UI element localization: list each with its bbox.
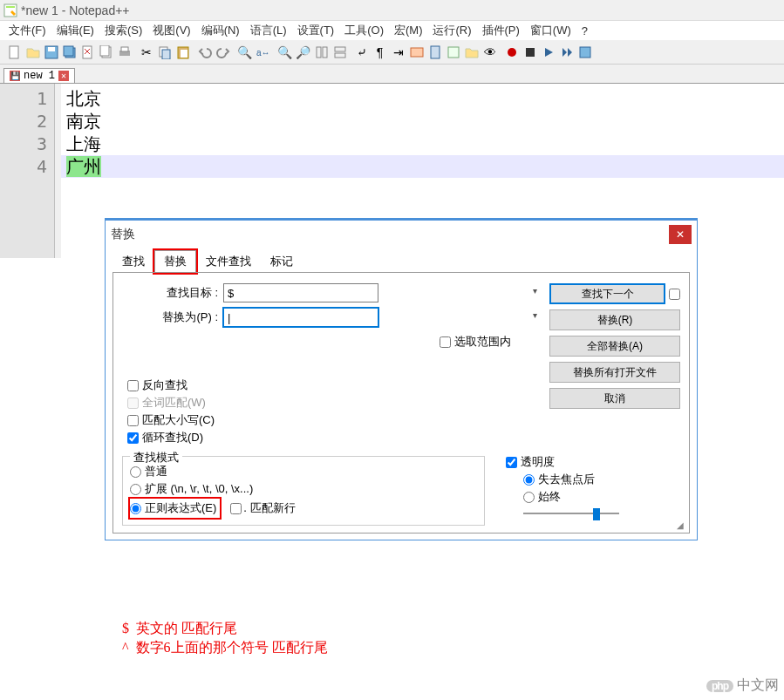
search-mode-normal-label: 普通 [145, 464, 167, 479]
match-case-checkbox[interactable] [127, 415, 139, 426]
redo-icon[interactable] [214, 43, 232, 61]
replace-icon[interactable]: a↔b [254, 43, 272, 61]
resize-grip-icon[interactable]: ◢ [677, 520, 687, 531]
replace-with-input[interactable] [223, 308, 378, 327]
dropdown-arrow-icon[interactable]: ▾ [533, 310, 537, 320]
close-icon[interactable] [78, 43, 97, 61]
menu-search[interactable]: 搜索(S) [99, 21, 147, 40]
svg-rect-13 [162, 50, 170, 59]
svg-rect-2 [10, 46, 18, 58]
transparency-checkbox[interactable] [506, 457, 517, 468]
new-file-icon[interactable] [5, 43, 24, 61]
dialog-close-button[interactable]: ✕ [669, 225, 692, 244]
svg-rect-26 [580, 47, 590, 58]
open-file-icon[interactable] [24, 43, 42, 61]
in-selection-checkbox[interactable] [440, 336, 451, 348]
tab-close-icon[interactable]: ✕ [58, 71, 69, 81]
folder-view-icon[interactable] [462, 43, 481, 61]
tab-find-in-files[interactable]: 文件查找 [196, 250, 261, 273]
search-mode-legend: 查找模式 [130, 450, 182, 466]
backward-label: 反向查找 [142, 377, 187, 393]
backward-checkbox[interactable] [127, 380, 139, 391]
find-next-pin-checkbox[interactable] [669, 289, 680, 300]
svg-rect-15 [181, 50, 187, 58]
wordwrap-icon[interactable]: ⤶ [352, 43, 371, 61]
doc-map-icon[interactable] [426, 43, 444, 61]
sync-h-icon[interactable] [331, 43, 349, 61]
save-icon[interactable] [42, 43, 60, 61]
menu-macro[interactable]: 宏(M) [389, 21, 428, 40]
menu-window[interactable]: 窗口(W) [525, 21, 576, 40]
menu-file[interactable]: 文件(F) [3, 21, 51, 40]
search-mode-extended-radio[interactable] [130, 484, 141, 495]
lang-icon[interactable] [407, 43, 426, 61]
close-all-icon[interactable] [97, 43, 115, 61]
slider-thumb[interactable] [593, 508, 600, 520]
transparency-losefocus-radio[interactable] [523, 474, 535, 486]
menu-edit[interactable]: 编辑(E) [51, 21, 99, 40]
svg-rect-21 [411, 48, 423, 57]
find-next-button[interactable]: 查找下一个 [549, 283, 665, 304]
annotation-text: $ 英文的 匹配行尾 ^ 数字6上面的那个符号 匹配行尾 [122, 619, 328, 657]
menu-language[interactable]: 语言(L) [245, 21, 292, 40]
func-list-icon[interactable] [444, 43, 462, 61]
document-tab[interactable]: 💾 new 1 ✕ [3, 68, 75, 83]
play-multi-icon[interactable] [557, 43, 576, 61]
menu-run[interactable]: 运行(R) [427, 21, 476, 40]
svg-rect-18 [323, 47, 327, 58]
tab-find[interactable]: 查找 [112, 250, 154, 273]
transparency-slider[interactable] [523, 506, 619, 520]
menu-plugins[interactable]: 插件(P) [477, 21, 525, 40]
watermark-logo: php [706, 680, 733, 692]
line-number: 4 [0, 155, 47, 178]
save-all-icon[interactable] [60, 43, 78, 61]
menu-encoding[interactable]: 编码(N) [196, 21, 245, 40]
print-icon[interactable] [115, 43, 133, 61]
paste-icon[interactable] [174, 43, 192, 61]
replace-dialog: 替换 ✕ 查找 替换 文件查找 标记 查找目标 : ▾ 替换为(P) : [105, 218, 698, 540]
tab-mark[interactable]: 标记 [261, 250, 303, 273]
save-macro-icon[interactable] [576, 43, 594, 61]
dropdown-arrow-icon[interactable]: ▾ [533, 286, 537, 296]
indent-guide-icon[interactable]: ⇥ [389, 43, 407, 61]
menu-bar: 文件(F) 编辑(E) 搜索(S) 视图(V) 编码(N) 语言(L) 设置(T… [0, 21, 784, 40]
cancel-button[interactable]: 取消 [549, 388, 680, 409]
document-tab-bar: 💾 new 1 ✕ [0, 65, 784, 84]
svg-rect-9 [100, 45, 109, 56]
wrap-around-checkbox[interactable] [127, 432, 139, 444]
copy-icon[interactable] [155, 43, 174, 61]
replace-button[interactable]: 替换(R) [549, 309, 680, 330]
find-what-input[interactable] [223, 283, 378, 302]
stop-icon[interactable] [521, 43, 539, 61]
cut-icon[interactable]: ✂ [137, 43, 155, 61]
undo-icon[interactable] [195, 43, 214, 61]
record-icon[interactable] [502, 43, 521, 61]
dialog-body: 查找目标 : ▾ 替换为(P) : ▾ 选取范围 [112, 272, 690, 533]
search-mode-group: 查找模式 普通 扩展 (\n, \r, \t, \0, \x...) 正则表达式… [122, 456, 485, 526]
wrap-around-label: 循环查找(D) [142, 430, 203, 445]
replace-all-open-button[interactable]: 替换所有打开文件 [549, 362, 680, 383]
search-mode-regex-radio[interactable] [130, 503, 141, 514]
dot-matches-newline-checkbox[interactable] [230, 503, 242, 514]
monitor-icon[interactable]: 👁 [481, 43, 499, 61]
sync-v-icon[interactable] [312, 43, 331, 61]
menu-tools[interactable]: 工具(O) [339, 21, 389, 40]
search-mode-normal-radio[interactable] [130, 466, 141, 478]
dialog-title-bar[interactable]: 替换 ✕ [106, 219, 697, 248]
zoom-out-icon[interactable]: 🔎 [294, 43, 312, 61]
replace-all-button[interactable]: 全部替换(A) [549, 336, 680, 357]
transparency-always-radio[interactable] [523, 492, 535, 503]
svg-rect-6 [64, 46, 73, 56]
transparency-losefocus-label: 失去焦点后 [538, 472, 595, 487]
svg-rect-20 [335, 53, 345, 58]
show-all-icon[interactable]: ¶ [371, 43, 389, 61]
unsaved-indicator-icon: 💾 [10, 71, 20, 81]
menu-settings[interactable]: 设置(T) [292, 21, 340, 40]
zoom-in-icon[interactable]: 🔍 [276, 43, 294, 61]
menu-help[interactable]: ? [576, 23, 593, 39]
play-icon[interactable] [539, 43, 557, 61]
tab-replace[interactable]: 替换 [154, 250, 196, 273]
find-icon[interactable]: 🔍 [235, 43, 254, 61]
editor-line: 广州 [66, 155, 784, 178]
menu-view[interactable]: 视图(V) [147, 21, 195, 40]
